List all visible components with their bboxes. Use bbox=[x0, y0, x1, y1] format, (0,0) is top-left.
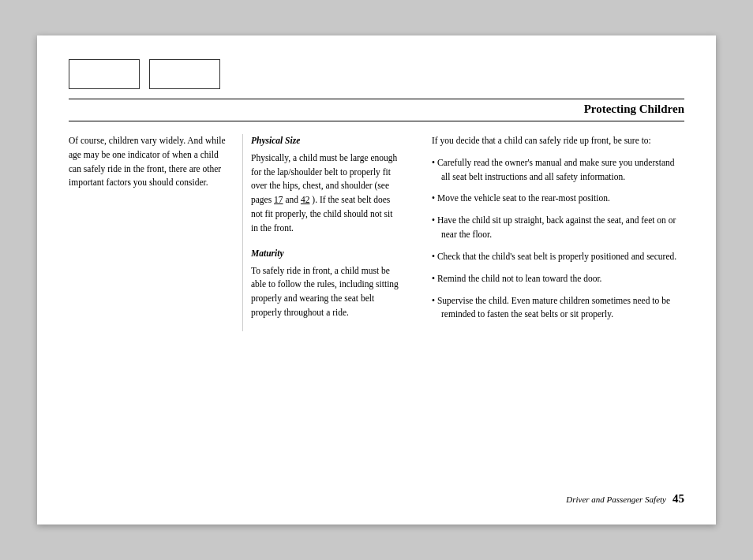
footer: Driver and Passenger Safety 45 bbox=[566, 492, 684, 506]
content-columns: Of course, children vary widely. And whi… bbox=[69, 134, 684, 331]
bullet-item: Move the vehicle seat to the rear-most p… bbox=[432, 192, 684, 206]
bullet-item: Have the child sit up straight, back aga… bbox=[432, 214, 684, 242]
maturity-heading: Maturity bbox=[251, 247, 400, 261]
footer-page: 45 bbox=[672, 492, 684, 506]
bullet-item: Remind the child not to lean toward the … bbox=[432, 272, 684, 286]
right-intro: If you decide that a child can safely ri… bbox=[432, 134, 684, 148]
bullet-item: Supervise the child. Even mature childre… bbox=[432, 294, 684, 323]
page: Protecting Children Of course, children … bbox=[37, 35, 716, 525]
ref-link-17[interactable]: 17 bbox=[274, 195, 283, 204]
bullet-item: Check that the child's seat belt is prop… bbox=[432, 250, 684, 264]
col-left: Of course, children vary widely. And whi… bbox=[69, 134, 242, 331]
page-title: Protecting Children bbox=[584, 103, 684, 116]
ref-link-42[interactable]: 42 bbox=[301, 195, 310, 204]
top-nav bbox=[69, 59, 684, 89]
header-area: Protecting Children bbox=[69, 99, 684, 116]
left-body-text: Of course, children vary widely. And whi… bbox=[69, 134, 227, 190]
bullet-item: Carefully read the owner's manual and ma… bbox=[432, 156, 684, 185]
col-right: If you decide that a child can safely ri… bbox=[416, 134, 684, 331]
col-mid: Physical Size Physically, a child must b… bbox=[242, 134, 416, 331]
nav-button-2[interactable] bbox=[149, 59, 220, 89]
physical-size-heading: Physical Size bbox=[251, 134, 400, 148]
maturity-section: Maturity To safely ride in front, a chil… bbox=[251, 247, 400, 320]
footer-label: Driver and Passenger Safety bbox=[566, 495, 666, 504]
header-rule bbox=[69, 121, 684, 121]
physical-size-section: Physical Size Physically, a child must b… bbox=[251, 134, 400, 236]
maturity-body: To safely ride in front, a child must be… bbox=[251, 264, 400, 320]
bullet-list: Carefully read the owner's manual and ma… bbox=[432, 156, 684, 322]
nav-button-1[interactable] bbox=[69, 59, 140, 89]
physical-size-body: Physically, a child must be large enough… bbox=[251, 151, 400, 236]
